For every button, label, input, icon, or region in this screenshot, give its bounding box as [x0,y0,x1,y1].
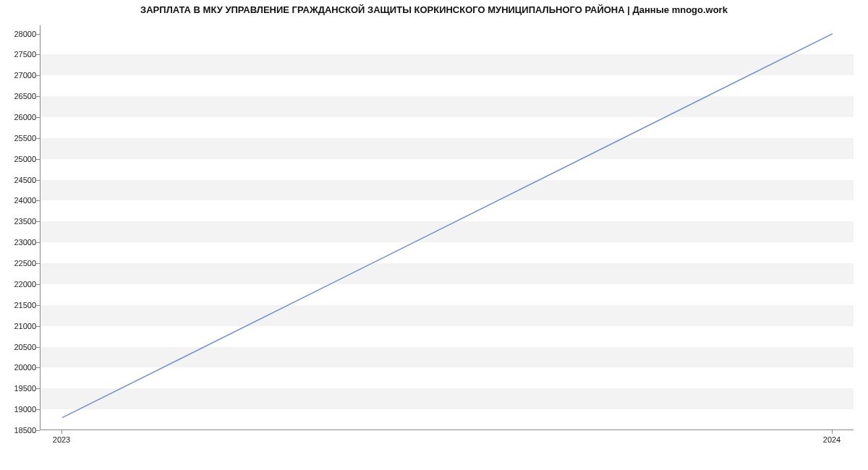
series-line [62,34,833,418]
y-tick-label: 22500 [0,259,36,268]
y-tick-label: 27500 [0,50,36,59]
x-tick-label: 2023 [53,435,70,444]
y-tick-label: 25000 [0,155,36,163]
y-tick-label: 23500 [0,217,36,226]
y-tick-label: 24500 [0,176,36,184]
y-tick-label: 21000 [0,322,36,330]
y-tick-mark [36,430,40,431]
y-tick-label: 20000 [0,363,36,372]
y-tick-label: 24000 [0,196,36,205]
y-tick-label: 19500 [0,384,36,393]
y-tick-label: 19000 [0,405,36,414]
y-tick-label: 22000 [0,280,36,289]
x-tick-mark [832,430,833,434]
y-tick-label: 23000 [0,238,36,247]
plot-area [40,25,854,430]
chart-title: ЗАРПЛАТА В МКУ УПРАВЛЕНИЕ ГРАЖДАНСКОЙ ЗА… [0,4,868,15]
y-tick-label: 26500 [0,92,36,101]
x-tick-label: 2024 [823,435,841,444]
y-tick-label: 21500 [0,301,36,309]
x-tick-mark [61,430,62,434]
y-tick-label: 20500 [0,343,36,351]
salary-line-chart: ЗАРПЛАТА В МКУ УПРАВЛЕНИЕ ГРАЖДАНСКОЙ ЗА… [0,0,868,470]
y-tick-label: 25500 [0,134,36,142]
series-line-svg [41,25,854,430]
y-tick-label: 26000 [0,113,36,121]
y-tick-label: 27000 [0,71,36,80]
y-tick-label: 18500 [0,426,36,435]
y-tick-label: 28000 [0,30,36,38]
